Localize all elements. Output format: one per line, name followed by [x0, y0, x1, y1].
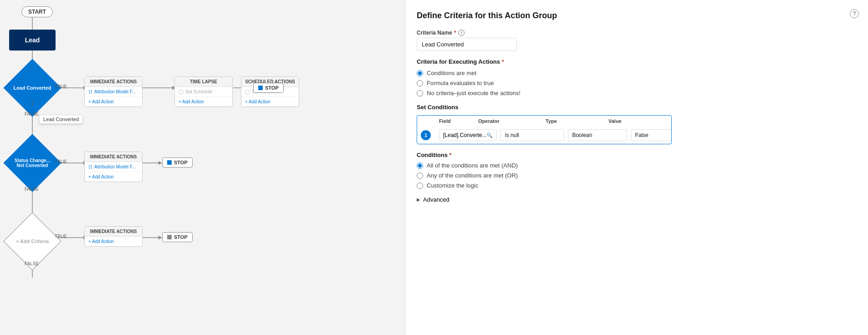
stop-button-1[interactable]: STOP: [253, 83, 284, 93]
chevron-right-icon: ▶: [417, 197, 420, 202]
condition-customize-input[interactable]: [417, 183, 423, 189]
radio-no-criteria-input[interactable]: [417, 90, 423, 96]
svg-marker-13: [158, 161, 162, 165]
col-operator: Operator: [478, 118, 542, 124]
immediate-actions-box-2: IMMEDIATE ACTIONS ☷ Attribution Model F.…: [84, 152, 143, 182]
radio-no-criteria: No criteria–just execute the actions!: [417, 90, 857, 96]
true-label-1: TRUE: [55, 84, 67, 89]
scheduled-add[interactable]: + Add Action: [241, 97, 299, 107]
stop-button-3[interactable]: STOP: [162, 232, 193, 242]
radio-conditions-met: Conditions are met: [417, 70, 857, 76]
criteria-info-icon: i: [458, 30, 465, 36]
add-criteria-label: + Add Criteria: [12, 238, 52, 245]
col-field: Field: [439, 118, 475, 124]
tooltip: Lead Converted: [39, 115, 83, 124]
timelapse-box-1: TIME LAPSE ◯ Set Schedule + Add Action: [174, 76, 233, 107]
criteria-executing-label: Criteria for Executing Actions *: [417, 58, 857, 65]
add-action-3[interactable]: + Add Action: [85, 237, 142, 246]
action-item-2[interactable]: ☷ Attribution Model F...: [85, 162, 142, 172]
panel-title: Define Criteria for this Action Group: [417, 11, 857, 20]
lead-box-label: Lead: [25, 36, 40, 44]
value-select-1[interactable]: False True: [631, 129, 672, 141]
false-label-3: FALSE: [25, 261, 39, 266]
lead-box[interactable]: Lead: [9, 30, 56, 51]
true-label-2: TRUE: [55, 159, 67, 164]
immediate-actions-header-3: IMMEDIATE ACTIONS: [85, 227, 142, 237]
set-conditions-label: Set Conditions: [417, 104, 857, 111]
condition-customize: Customize the logic: [417, 182, 857, 189]
advanced-label: Advanced: [423, 196, 449, 203]
criteria-radio-group: Conditions are met Formula evaluates to …: [417, 70, 857, 96]
conditions-row-1: 1 [Lead].Converte... 🔍 Is null Equals No…: [417, 127, 671, 144]
type-select-1[interactable]: Boolean String Number: [568, 129, 627, 141]
start-node: START: [21, 6, 53, 17]
condition-any-label: Any of the conditions are met (OR): [427, 172, 518, 179]
right-panel: ? Define Criteria for this Action Group …: [405, 0, 868, 335]
lead-converted-label: Lead Converted: [12, 84, 53, 91]
condition-any-input[interactable]: [417, 173, 423, 179]
lead-converted-diamond[interactable]: Lead Converted: [3, 59, 61, 117]
conditions-radio-group: All of the conditions are met (AND) Any …: [417, 162, 857, 189]
condition-all: All of the conditions are met (AND): [417, 162, 857, 169]
criteria-name-label: Criteria Name * i: [417, 30, 857, 36]
false-label-1: FALSE: [25, 112, 39, 117]
stop-icon-2: [167, 160, 172, 165]
add-action-1[interactable]: + Add Action: [85, 97, 142, 107]
status-change-label: Status Change... Not Converted: [12, 157, 53, 169]
timelapse-header: TIME LAPSE: [175, 77, 232, 87]
conditions-header: Field Operator Type Value: [417, 116, 671, 127]
stop-icon-3: [167, 235, 172, 239]
help-icon[interactable]: ?: [850, 9, 859, 18]
row-num-1: 1: [421, 130, 431, 140]
immediate-actions-box-3: IMMEDIATE ACTIONS + Add Action: [84, 226, 143, 247]
stop-icon-1: [258, 86, 263, 90]
radio-formula-input[interactable]: [417, 80, 423, 86]
radio-conditions-met-label: Conditions are met: [427, 70, 476, 76]
flow-canvas: START Lead Lead Converted TRUE FALSE IMM…: [0, 0, 405, 335]
cursor: 〉: [31, 98, 34, 107]
timelapse-add[interactable]: + Add Action: [175, 97, 232, 107]
true-label-3: TRUE: [55, 234, 67, 239]
advanced-section[interactable]: ▶ Advanced: [417, 196, 857, 203]
set-schedule[interactable]: ◯ Set Schedule: [175, 87, 232, 97]
radio-formula-label: Formula evaluates to true: [427, 80, 494, 86]
radio-formula: Formula evaluates to true: [417, 80, 857, 86]
immediate-actions-header-1: IMMEDIATE ACTIONS: [85, 77, 142, 87]
add-action-2[interactable]: + Add Action: [85, 172, 142, 182]
col-value: Value: [608, 118, 668, 124]
start-label: START: [28, 9, 46, 15]
immediate-actions-header-2: IMMEDIATE ACTIONS: [85, 152, 142, 162]
false-label-2: FALSE: [25, 187, 39, 192]
conditions-table: Field Operator Type Value 1 [Lead].Conve…: [417, 115, 672, 144]
radio-conditions-met-input[interactable]: [417, 70, 423, 76]
radio-no-criteria-label: No criteria–just execute the actions!: [427, 90, 521, 96]
operator-select-1[interactable]: Is null Equals Not equal to: [500, 129, 564, 141]
svg-marker-18: [158, 236, 162, 239]
status-change-diamond[interactable]: Status Change... Not Converted: [3, 134, 61, 192]
conditions-section-label: Conditions *: [417, 152, 857, 158]
col-type: Type: [546, 118, 605, 124]
immediate-actions-box-1: IMMEDIATE ACTIONS ☷ Attribution Model F.…: [84, 76, 143, 107]
search-icon: 🔍: [486, 132, 493, 138]
condition-all-input[interactable]: [417, 162, 423, 169]
criteria-name-input[interactable]: [417, 38, 517, 51]
condition-customize-label: Customize the logic: [427, 182, 478, 189]
condition-all-label: All of the conditions are met (AND): [427, 162, 518, 169]
stop-button-2[interactable]: STOP: [162, 157, 193, 168]
field-lookup-1[interactable]: [Lead].Converte... 🔍: [439, 129, 497, 141]
action-item-1[interactable]: ☷ Attribution Model F...: [85, 87, 142, 97]
condition-any: Any of the conditions are met (OR): [417, 172, 857, 179]
